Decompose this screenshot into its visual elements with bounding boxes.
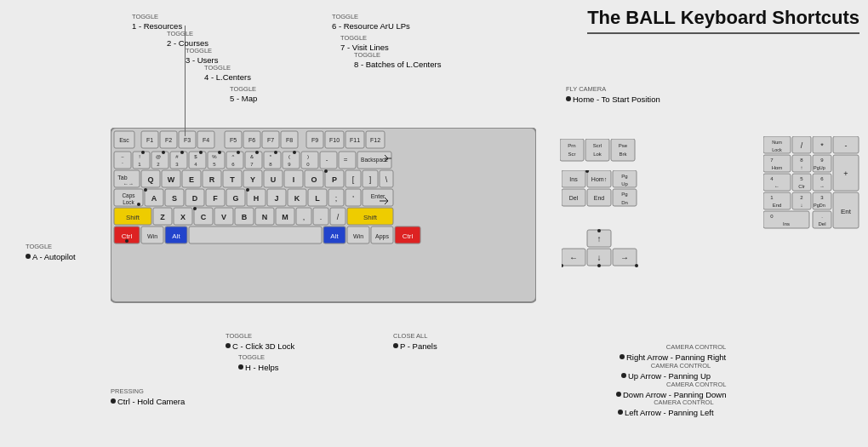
page-title: The BALL Keyboard Shortcuts [587,7,859,29]
svg-text:Pg: Pg [621,174,627,179]
svg-text:O: O [311,175,317,184]
svg-text:Clr: Clr [798,184,805,189]
toggle8-small: TOGGLE [354,51,441,59]
svg-text:Hom: Hom [772,165,783,170]
toggle4-label: 4 - L.Centers [204,72,251,82]
svg-text:Ctrl: Ctrl [122,232,133,240]
svg-text:K: K [294,194,300,203]
svg-text:G: G [232,194,238,203]
svg-text:L: L [315,194,320,203]
svg-point-53 [237,151,240,154]
h-helps-dot [238,364,243,370]
svg-text:+: + [843,169,848,178]
svg-rect-173 [189,226,322,244]
annotation-toggle2: TOGGLE 2 - Courses [167,30,208,48]
right-arrow-dot [620,354,625,359]
annotation-toggle3: TOGGLE 3 - Users [186,47,219,65]
svg-text:→: → [819,184,825,189]
svg-rect-38 [170,152,187,169]
svg-text:F8: F8 [286,137,293,143]
right-arrow-small: CAMERA CONTROL [620,343,726,351]
svg-text:': ' [352,194,354,203]
annotation-toggle6: TOGGLE 6 - Resource ArU LPs [332,13,410,31]
h-helps-small: TOGGLE [238,353,279,361]
svg-text:Del: Del [818,221,825,226]
svg-text:F12: F12 [370,137,380,143]
svg-text:PgDn: PgDn [814,203,825,208]
annotation-c-lock: TOGGLE C - Click 3D Lock [226,332,294,351]
svg-text:Tab: Tab [117,175,127,181]
svg-rect-212 [585,139,609,161]
ctrl-camera-label: Ctrl - Hold Camera [117,397,185,406]
svg-text:V: V [221,213,226,221]
down-arrow-dot [616,392,621,397]
up-arrow-label: Up Arrow - Panning Up [628,371,711,381]
svg-text:@: @ [156,154,161,159]
svg-rect-42 [189,152,206,169]
numpad-svg: Num Lock / * - 7 Hom 8 ↑ 9 PgUp + [763,136,861,324]
up-arrow-small: CAMERA CONTROL [621,362,711,370]
svg-point-33 [141,151,145,154]
svg-text:S: S [172,194,177,203]
h-helps-label: H - Helps [245,363,279,372]
autopilot-small: TOGGLE [26,243,76,250]
annotation-toggle8: TOGGLE 8 - Batches of L.Centers [354,51,441,69]
svg-text:Del: Del [569,195,579,201]
annotation-p-panels: CLOSE ALL P - Panels [393,332,437,351]
svg-text:(: ( [288,154,290,159]
svg-text:↓: ↓ [801,203,803,208]
svg-rect-62 [283,152,300,169]
toggle7-small: TOGGLE [340,34,389,42]
svg-point-114 [144,188,147,192]
p-panels-label: P - Panels [400,341,437,351]
svg-text:Win: Win [147,233,157,239]
svg-text:Dn: Dn [621,200,628,205]
svg-text:Num: Num [772,140,782,145]
svg-text:F: F [213,194,218,203]
left-arrow-small: CAMERA CONTROL [618,398,714,406]
special-keys-svg: Prn Scr Scrl Lok Pse Brk [560,139,645,164]
autopilot-dot [26,254,31,259]
keyboard-diagram: Esc F1 F2 F3 F4 F5 F6 F7 F8 F9 F10 [111,128,536,308]
svg-text:^: ^ [232,154,235,159]
svg-text:↑: ↑ [597,234,602,244]
toggle3-small: TOGGLE [186,47,219,54]
svg-text:Ctrl: Ctrl [403,232,414,240]
svg-point-61 [274,151,277,154]
svg-text:I: I [293,175,295,184]
svg-text:): ) [307,154,309,159]
svg-point-57 [255,151,259,154]
home-cam-small: FLY CAMERA [566,85,660,93]
toggle4-small: TOGGLE [204,64,251,72]
svg-text:Caps: Caps [122,192,135,199]
svg-text:P: P [332,175,337,184]
p-panels-small: CLOSE ALL [393,332,437,340]
title-underline [587,32,859,34]
svg-text:Scr: Scr [568,152,576,157]
svg-text:Y: Y [250,175,255,184]
svg-point-49 [218,151,221,154]
svg-text:Ins: Ins [783,221,790,226]
svg-text:Ent: Ent [841,208,852,215]
svg-text:X: X [180,213,186,221]
nav-cluster: Ins Hom↑ Pg Up Del End Pg Dn ↑ [562,170,647,274]
svg-text:D: D [192,194,198,203]
svg-text:~: ~ [121,154,124,159]
svg-rect-209 [560,139,584,161]
svg-text:W: W [168,175,175,184]
svg-text:F3: F3 [184,137,191,143]
home-cam-label: Home - To Start Position [573,95,660,104]
svg-text:Pg: Pg [621,192,627,197]
title-area: The BALL Keyboard Shortcuts [587,7,859,34]
toggle6-label: 6 - Resource ArU LPs [332,21,410,31]
svg-text:A: A [151,194,157,203]
ctrl-camera-small: PRESSING [111,387,185,395]
svg-point-168 [125,239,128,243]
svg-point-101 [324,169,328,173]
svg-point-65 [293,151,296,154]
svg-text:C: C [201,213,207,221]
svg-text:Up: Up [621,181,628,186]
svg-point-37 [162,151,165,154]
svg-text:U: U [271,175,277,184]
toggle1-small: TOGGLE [132,13,182,20]
